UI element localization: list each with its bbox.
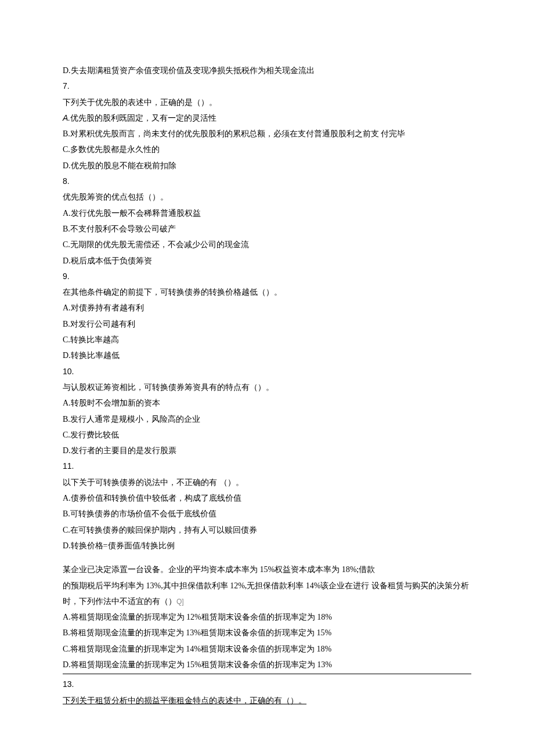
q11-option-d: D.转换价格=债券面值/转换比例 [63,538,471,554]
blank-line [63,554,471,562]
q7-option-d: D.优先股的股息不能在税前扣除 [63,158,471,173]
q12-stem2-suffix: Q] [176,598,184,606]
divider-line [63,674,471,674]
q7-option-c: C.多数优先股都是永久性的 [63,142,471,157]
document-page: D.失去期满租赁资产余值变现价值及变现净损失抵税作为相关现金流出 7. 下列关于… [0,0,534,756]
q12-option-c: C.将租赁期现金流量的折现率定为 14%租赁期末设备余值的折现率定为 18% [63,641,471,657]
q10-option-b: B.发行人通常是规模小，风险高的企业 [63,411,471,427]
q9-option-a: A.对债券持有者越有利 [63,300,471,316]
q13-stem: 下列关于租赁分析中的损益平衡租金特点的表述中，正确的有（）。 [63,693,471,708]
q11-option-c: C.在可转换债券的赎回保护期内，持有人可以赎回债券 [63,522,471,538]
q12-stem2-text: 的预期税后平均利率为 13%,其中担保借款利率 12%,无担保借款利率 14%该… [63,581,469,606]
q7-option-a: A.优先股的股利既固定，又有一定的灵活性 [63,110,471,126]
q8-stem: 优先股筹资的优点包括（）。 [63,189,471,205]
q13-number: 13. [63,677,471,692]
q7-stem: 下列关于优先股的表述中，正确的是（）。 [63,95,471,110]
q10-stem: 与认股权证筹资相比，可转换债券筹资具有的特点有（）。 [63,379,471,395]
q11-option-a: A.债券价值和转换价值中较低者，构成了底线价值 [63,490,471,506]
q7-optA-text: 优先股的股利既固定，又有一定的灵活性 [70,114,217,122]
q12-option-b: B.将租赁期现金流量的折现率定为 13%租赁期末设备余值的折现率定为 15% [63,625,471,641]
q10-number: 10. [63,364,471,379]
q8-option-a: A.发行优先股一般不会稀释普通股权益 [63,205,471,221]
q12-option-d: D.将租赁期现金流量的折现率定为 15%租赁期末设备余值的折现率定为 13% [63,657,471,672]
q7-number: 7. [63,78,471,94]
q10-option-c: C.发行费比较低 [63,427,471,443]
q6-option-d: D.失去期满租赁资产余值变现价值及变现净损失抵税作为相关现金流出 [63,63,471,78]
q11-stem: 以下关于可转换债券的说法中，不正确的有 （）。 [63,475,471,490]
q8-option-d: D.税后成本低于负债筹资 [63,253,471,269]
q12-stem-line2: 的预期税后平均利率为 13%,其中担保借款利率 12%,无担保借款利率 14%该… [63,578,471,610]
q8-option-c: C.无期限的优先股无需偿还，不会减少公司的现金流 [63,237,471,252]
q7-option-b: B.对累积优先股而言，尚未支付的优先股股利的累积总额，必须在支付普通股股利之前支… [63,126,471,142]
q9-option-c: C.转换比率越高 [63,332,471,348]
q7-optA-letter: A. [63,113,70,122]
q10-option-a: A.转股时不会增加新的资本 [63,395,471,411]
q12-stem-line1: 某企业已决定添置一台设备。企业的平均资本成本率为 15%权益资本成本率为 18%… [63,562,471,577]
q8-option-b: B.不支付股利不会导致公司破产 [63,221,471,237]
q12-option-a: A.将租赁期现金流量的折现率定为 12%租赁期末设备余值的折现率定为 18% [63,609,471,625]
q8-number: 8. [63,173,471,189]
q10-option-d: D.发行者的主要目的是发行股票 [63,443,471,458]
q9-option-b: B.对发行公司越有利 [63,316,471,332]
q9-option-d: D.转换比率越低 [63,348,471,363]
q11-option-b: B.可转换债券的市场价值不会低于底线价值 [63,506,471,522]
q9-number: 9. [63,269,471,284]
q9-stem: 在其他条件确定的前提下，可转换债券的转换价格越低（）。 [63,284,471,300]
q11-number: 11. [63,458,471,474]
